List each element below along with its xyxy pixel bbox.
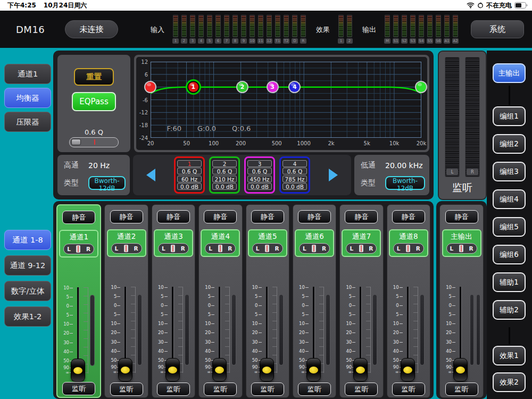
eq-plot[interactable]: 1 2 3: [151, 62, 421, 138]
pan-control[interactable]: L R: [63, 244, 94, 254]
output-select-button[interactable]: 编组5: [493, 217, 526, 237]
fx-select-button[interactable]: 效果1: [493, 346, 526, 365]
eq-band-marker[interactable]: 1: [188, 82, 198, 92]
next-bands-button[interactable]: [326, 166, 340, 184]
output-select-button[interactable]: 编组4: [493, 189, 526, 209]
eq-band-box[interactable]: 4 0.6 Q 785 Hz 0.0 dB: [279, 156, 310, 194]
pan-control[interactable]: L R: [393, 243, 424, 254]
listen-button[interactable]: 监听: [110, 383, 143, 396]
layer-tab[interactable]: 效果1-2: [4, 306, 51, 327]
connection-status-button[interactable]: 未连接: [65, 20, 118, 38]
mute-button[interactable]: 静音: [157, 210, 190, 223]
highpass-type-button[interactable]: Bworth-12dB: [88, 176, 126, 190]
listen-button[interactable]: 监听: [345, 383, 378, 396]
pan-control[interactable]: L R: [299, 243, 330, 254]
channel-nameplate[interactable]: 通道2 L R: [107, 229, 146, 257]
master-mute-button[interactable]: 静音: [445, 210, 478, 223]
master-pan-control[interactable]: L R: [446, 243, 477, 254]
master-fader-handle[interactable]: [453, 358, 468, 381]
mute-button[interactable]: 静音: [251, 210, 284, 223]
fader-handle[interactable]: [260, 358, 274, 381]
channel-strip[interactable]: 静音 通道7 L R 10505102030405090∞: [339, 204, 383, 398]
mute-button[interactable]: 静音: [110, 210, 143, 223]
fader-handle[interactable]: [212, 358, 227, 381]
fader-scale-label: 20: [246, 330, 258, 335]
channel-strip[interactable]: 静音 通道3 L R 10505102030405090∞: [152, 204, 195, 398]
eq-reset-button[interactable]: 重置: [74, 68, 114, 86]
output-select-button[interactable]: 编组1: [493, 106, 526, 126]
channel-nameplate[interactable]: 通道8 L R: [389, 229, 428, 257]
level-meter: T2: [284, 15, 289, 48]
fader-handle[interactable]: [71, 359, 85, 382]
eq-band-marker[interactable]: 4: [289, 82, 300, 92]
output-select-button[interactable]: 辅助2: [493, 300, 526, 320]
left-tab[interactable]: 压限器: [4, 112, 51, 132]
eq-band-marker[interactable]: [145, 82, 155, 92]
left-tab[interactable]: 通道1: [4, 64, 51, 84]
fader-handle[interactable]: [165, 358, 180, 381]
pan-control[interactable]: L R: [252, 243, 283, 254]
mute-button[interactable]: 静音: [298, 210, 331, 223]
eq-pass-button[interactable]: EQPass: [72, 92, 116, 111]
mute-button[interactable]: 静音: [62, 211, 95, 224]
output-select-button[interactable]: 编组3: [493, 162, 526, 181]
channel-strip[interactable]: 静音 通道8 L R 10505102030405090∞: [387, 204, 430, 398]
fader-handle[interactable]: [353, 358, 368, 381]
listen-button[interactable]: 监听: [62, 382, 95, 395]
mute-button[interactable]: 静音: [392, 210, 425, 223]
output-select-button[interactable]: 编组2: [493, 134, 526, 154]
output-select-button[interactable]: 辅助1: [493, 272, 526, 292]
mute-button[interactable]: 静音: [345, 210, 378, 223]
listen-button[interactable]: 监听: [157, 383, 190, 396]
left-tab[interactable]: 均衡器: [4, 88, 51, 108]
q-slider[interactable]: [69, 137, 119, 147]
channel-strip[interactable]: 静音 通道6 L R 10505102030405090∞: [293, 204, 336, 398]
master-level-meter-left: [470, 294, 474, 365]
eq-band-box[interactable]: 1 0.6 Q 60 Hz 0.0 dB: [174, 156, 205, 194]
fx-select-button[interactable]: 效果2: [493, 372, 526, 392]
fader-handle[interactable]: [118, 358, 132, 381]
master-strip[interactable]: 静音 主输出 L R 10505102030405090∞: [439, 204, 484, 398]
eq-band-marker[interactable]: 3: [268, 82, 278, 92]
fader-handle[interactable]: [306, 358, 321, 381]
channel-nameplate[interactable]: 通道6 L R: [295, 229, 334, 257]
channel-strip[interactable]: 静音 通道5 L R 10505102030405090∞: [246, 204, 289, 398]
channel-strip[interactable]: 静音 通道2 L R 10505102030405090∞: [104, 204, 148, 398]
meter-label: 1: [172, 38, 179, 44]
fader-area: 10505102030405090∞: [57, 285, 100, 384]
master-listen-button[interactable]: 监听: [445, 383, 478, 396]
channel-nameplate[interactable]: 通道4 L R: [201, 229, 240, 257]
main-output-button[interactable]: 主输出: [493, 63, 526, 83]
channel-nameplate[interactable]: 通道7 L R: [342, 229, 381, 257]
prev-bands-button[interactable]: [144, 166, 158, 184]
q-slider-handle[interactable]: [71, 139, 81, 145]
listen-button[interactable]: 监听: [204, 383, 237, 396]
master-nameplate[interactable]: 主输出 L R: [442, 229, 481, 257]
system-button[interactable]: 系统: [471, 20, 524, 38]
channel-nameplate[interactable]: 通道5 L R: [248, 229, 287, 257]
eq-band-box[interactable]: 2 0.6 Q 210 Hz 0.0 dB: [209, 156, 240, 194]
pan-control[interactable]: L R: [205, 243, 236, 254]
pan-control[interactable]: L R: [111, 243, 142, 254]
eq-band-marker[interactable]: [416, 82, 426, 92]
fader-handle[interactable]: [401, 358, 415, 381]
eq-band-marker[interactable]: 2: [237, 82, 247, 92]
channel-name: 通道2: [108, 232, 145, 242]
pan-right-label: R: [469, 245, 473, 252]
mute-button[interactable]: 静音: [204, 210, 237, 223]
channel-nameplate[interactable]: 通道3 L R: [154, 229, 193, 257]
pan-control[interactable]: L R: [158, 243, 189, 254]
channel-nameplate[interactable]: 通道1 L R: [59, 230, 98, 257]
layer-tab[interactable]: 通道 1-8: [4, 230, 51, 250]
lowpass-type-button[interactable]: Bworth-12dB: [385, 176, 425, 190]
listen-button[interactable]: 监听: [251, 383, 284, 396]
pan-control[interactable]: L R: [346, 243, 377, 254]
output-select-button[interactable]: 编组6: [493, 245, 526, 264]
channel-strip[interactable]: 静音 通道4 L R 10505102030405090∞: [198, 204, 242, 398]
listen-button[interactable]: 监听: [392, 383, 425, 396]
listen-button[interactable]: 监听: [298, 383, 331, 396]
layer-tab[interactable]: 通道 9-12: [4, 255, 51, 276]
eq-band-box[interactable]: 3 0.6 Q 450 Hz 0.0 dB: [244, 156, 275, 194]
channel-strip[interactable]: 静音 通道1 L R 10505102030405090∞: [56, 204, 101, 398]
layer-tab[interactable]: 数字/立体: [4, 281, 51, 301]
